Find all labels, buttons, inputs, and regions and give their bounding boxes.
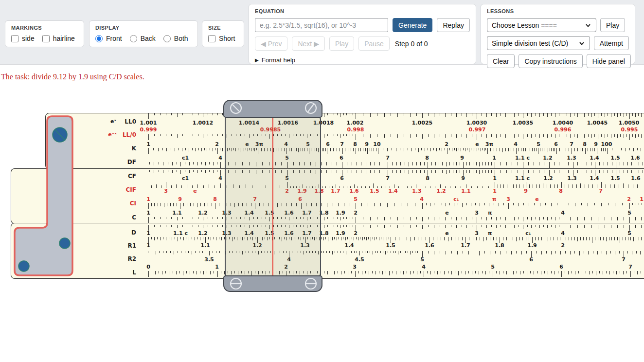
- screw-icon: [18, 261, 29, 272]
- screw-icon: [59, 238, 70, 249]
- cursor-hairline[interactable]: [272, 117, 273, 276]
- end-bracket: [0, 0, 644, 362]
- screw-icon: [53, 127, 67, 142]
- cursor-screw-icon: [231, 103, 241, 113]
- cursor-screw-icon: [305, 278, 316, 289]
- cursor-screw-icon: [305, 103, 316, 113]
- cursor-top-cap[interactable]: [223, 100, 322, 118]
- cursor-bottom-cap[interactable]: [223, 275, 322, 292]
- cursor-screw-icon: [231, 278, 241, 289]
